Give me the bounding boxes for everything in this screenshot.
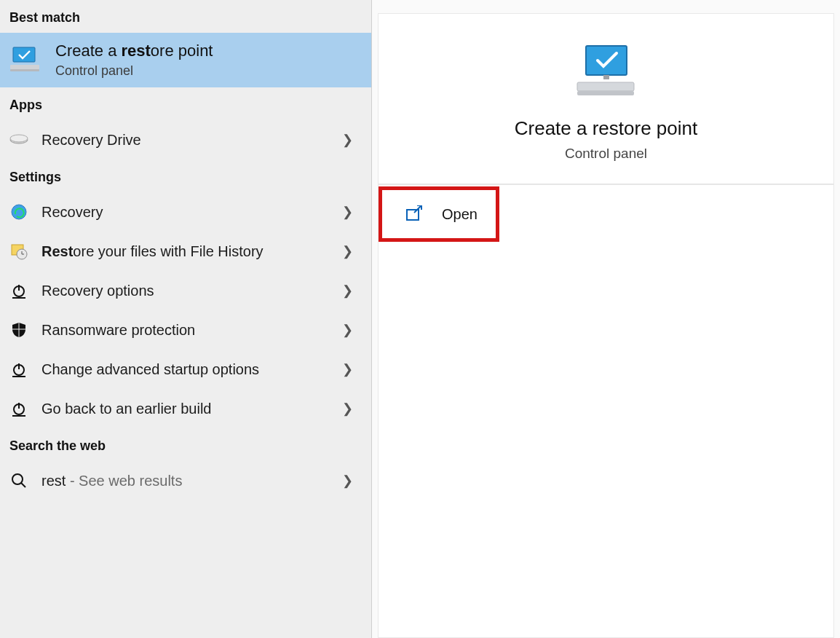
monitor-check-icon (9, 44, 43, 77)
chevron-right-icon: ❯ (342, 361, 362, 377)
chevron-right-icon: ❯ (342, 204, 362, 220)
chevron-right-icon: ❯ (342, 401, 362, 417)
best-match-title-suffix: ore point (151, 42, 213, 60)
settings-result-recovery-options[interactable]: Recovery options ❯ (0, 271, 371, 310)
settings-result-label: Go back to an earlier build (41, 401, 329, 417)
app-result-recovery-drive[interactable]: Recovery Drive ❯ (0, 120, 371, 160)
preview-card: Create a restore point Control panel Ope… (378, 13, 834, 638)
best-match-title: Create a restore point (55, 42, 213, 60)
settings-result-earlier-build[interactable]: Go back to an earlier build ❯ (0, 389, 371, 428)
open-button[interactable]: Open (379, 186, 499, 242)
svg-rect-20 (586, 46, 627, 75)
settings-result-ransomware[interactable]: Ransomware protection ❯ (0, 310, 371, 350)
file-history-icon (9, 242, 28, 261)
open-external-icon (405, 205, 424, 223)
power-icon (9, 281, 28, 300)
svg-rect-24 (407, 210, 419, 220)
section-header-settings: Settings (0, 160, 371, 192)
settings-result-label: Change advanced startup options (41, 361, 329, 378)
settings-result-label: Recovery (41, 204, 329, 221)
svg-rect-22 (577, 82, 634, 91)
label-rest-part: ore your files with File History (73, 243, 263, 259)
svg-rect-21 (603, 75, 609, 79)
settings-result-file-history[interactable]: Restore your files with File History ❯ (0, 232, 371, 271)
drive-icon (9, 130, 28, 149)
search-results-pane: Best match Create a restore point Contro… (0, 0, 372, 638)
best-match-title-bold: rest (122, 42, 151, 60)
svg-rect-1 (10, 65, 39, 69)
best-match-title-prefix: Create a (55, 42, 122, 60)
search-icon (9, 471, 28, 490)
web-result-label: rest - See web results (41, 473, 329, 489)
app-result-label: Recovery Drive (41, 132, 329, 149)
settings-result-startup-options[interactable]: Change advanced startup options ❯ (0, 350, 371, 389)
svg-rect-23 (577, 91, 634, 95)
section-header-web: Search the web (0, 428, 371, 461)
svg-point-18 (12, 474, 23, 484)
power-icon (9, 360, 28, 379)
svg-point-4 (10, 135, 28, 142)
open-label: Open (442, 206, 478, 223)
chevron-right-icon: ❯ (342, 243, 362, 259)
chevron-right-icon: ❯ (342, 283, 362, 299)
monitor-check-large-icon (573, 44, 640, 104)
shield-icon (9, 320, 28, 339)
svg-line-19 (21, 483, 25, 487)
best-match-text: Create a restore point Control panel (55, 42, 213, 79)
preview-pane: Create a restore point Control panel Ope… (372, 0, 840, 638)
settings-result-label: Restore your files with File History (41, 243, 329, 260)
best-match-result[interactable]: Create a restore point Control panel (0, 33, 371, 87)
section-header-best-match: Best match (0, 0, 371, 33)
settings-result-recovery[interactable]: Recovery ❯ (0, 192, 371, 232)
chevron-right-icon: ❯ (342, 473, 362, 489)
web-hint: - See web results (66, 473, 182, 489)
svg-rect-2 (10, 69, 39, 71)
svg-rect-0 (13, 47, 35, 62)
section-header-apps: Apps (0, 87, 371, 120)
label-bold-part: Rest (41, 243, 73, 259)
web-query: rest (41, 473, 66, 489)
power-icon (9, 399, 28, 418)
chevron-right-icon: ❯ (342, 132, 362, 148)
preview-title: Create a restore point (515, 117, 697, 140)
preview-header: Create a restore point Control panel (379, 14, 833, 185)
best-match-subtitle: Control panel (55, 63, 213, 79)
web-result[interactable]: rest - See web results ❯ (0, 461, 371, 500)
preview-subtitle: Control panel (565, 146, 647, 162)
settings-result-label: Ransomware protection (41, 322, 329, 339)
chevron-right-icon: ❯ (342, 322, 362, 338)
recovery-globe-icon (9, 202, 28, 221)
settings-result-label: Recovery options (41, 283, 329, 299)
